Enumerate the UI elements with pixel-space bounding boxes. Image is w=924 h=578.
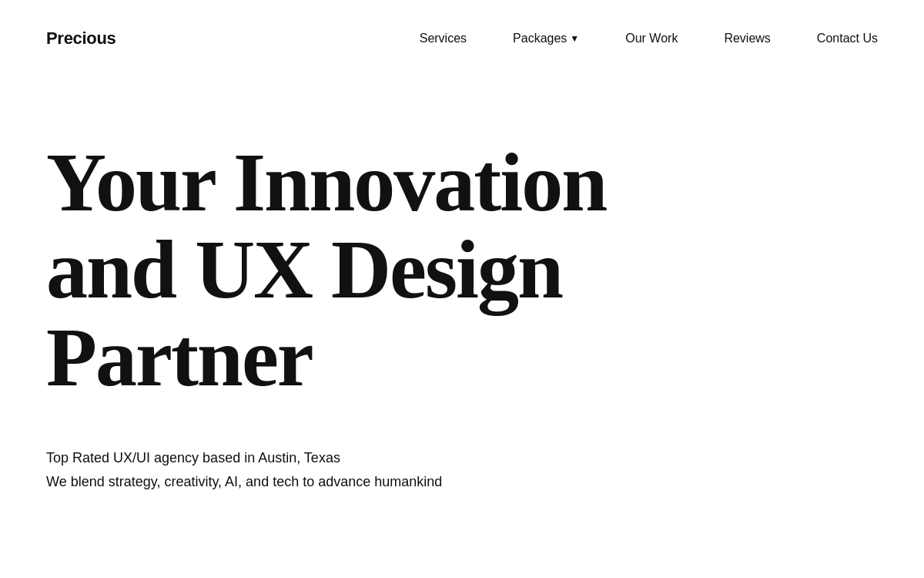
nav-links: Services Packages ▼ Our Work Reviews Con…: [420, 32, 878, 45]
nav-link-packages[interactable]: Packages: [513, 32, 567, 45]
brand-name: Precious: [46, 29, 116, 49]
hero-title: Your Innovation and UX Design Partner: [46, 139, 739, 401]
nav-item-services[interactable]: Services: [420, 32, 467, 45]
nav-link-our-work[interactable]: Our Work: [625, 32, 678, 45]
nav-link-contact-us[interactable]: Contact Us: [817, 32, 878, 45]
main-nav: Precious Services Packages ▼ Our Work Re…: [0, 0, 924, 77]
nav-link-services[interactable]: Services: [420, 32, 467, 45]
hero-subtitle-line1: Top Rated UX/UI agency based in Austin, …: [46, 447, 878, 469]
logo[interactable]: Precious: [46, 29, 116, 49]
nav-item-our-work[interactable]: Our Work: [625, 32, 678, 45]
hero-subtitle: Top Rated UX/UI agency based in Austin, …: [46, 447, 878, 493]
nav-item-reviews[interactable]: Reviews: [724, 32, 770, 45]
nav-link-reviews[interactable]: Reviews: [724, 32, 770, 45]
nav-item-packages[interactable]: Packages ▼: [513, 32, 579, 45]
chevron-down-icon: ▼: [570, 33, 579, 44]
hero-subtitle-line2: We blend strategy, creativity, AI, and t…: [46, 471, 878, 493]
nav-item-contact-us[interactable]: Contact Us: [817, 32, 878, 45]
hero-section: Your Innovation and UX Design Partner To…: [0, 77, 924, 493]
